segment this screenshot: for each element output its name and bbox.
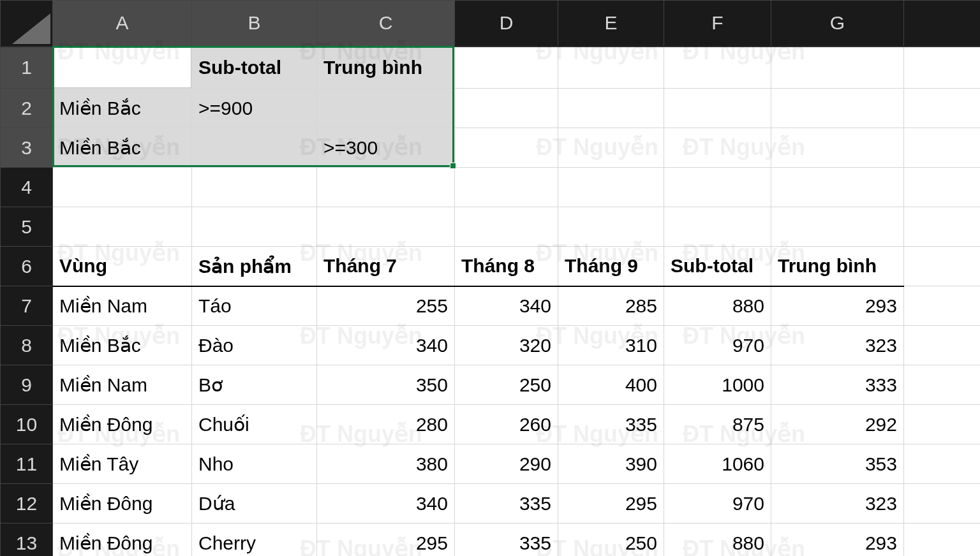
row-header-9[interactable]: 9 xyxy=(1,365,53,405)
cell-B2[interactable]: >=900 xyxy=(192,89,317,128)
cell-A8[interactable]: Miền Bắc xyxy=(53,326,192,365)
cell-D12[interactable]: 335 xyxy=(455,484,558,523)
cell-E12[interactable]: 295 xyxy=(558,484,664,523)
cell-B11[interactable]: Nho xyxy=(192,444,317,484)
col-header-G[interactable]: G xyxy=(771,1,904,47)
cell-B10[interactable]: Chuối xyxy=(192,405,317,444)
cell-A12[interactable]: Miền Đông xyxy=(53,484,192,523)
cell-G12[interactable]: 323 xyxy=(771,484,904,523)
cell-B8[interactable]: Đào xyxy=(192,326,317,365)
cell-F8[interactable]: 970 xyxy=(664,326,771,365)
cell-B7[interactable]: Táo xyxy=(192,286,317,326)
cell-G9[interactable]: 333 xyxy=(771,365,904,405)
row-header-5[interactable]: 5 xyxy=(1,207,53,247)
cell-H2[interactable] xyxy=(904,89,981,128)
cell-F1[interactable] xyxy=(664,47,771,89)
cell-A1[interactable]: Vùng xyxy=(53,47,192,89)
cell-G6[interactable]: Trung bình xyxy=(771,247,904,286)
cell-E2[interactable] xyxy=(558,89,664,128)
col-header-C[interactable]: C xyxy=(317,1,455,47)
cell-H9[interactable] xyxy=(904,365,981,405)
cell-G13[interactable]: 293 xyxy=(771,523,904,557)
col-header-D[interactable]: D xyxy=(455,1,558,47)
cell-A13[interactable]: Miền Đông xyxy=(53,523,192,557)
cell-H1[interactable] xyxy=(904,47,981,89)
row-header-13[interactable]: 13 xyxy=(1,523,53,557)
cell-C11[interactable]: 380 xyxy=(317,444,455,484)
cell-C4[interactable] xyxy=(317,168,455,207)
cell-H12[interactable] xyxy=(904,484,981,523)
cell-H4[interactable] xyxy=(904,168,981,207)
grid-table[interactable]: A B C D E F G 1 Vùng Sub-total Trung bìn… xyxy=(0,0,980,556)
cell-G8[interactable]: 323 xyxy=(771,326,904,365)
select-all-corner[interactable] xyxy=(1,1,53,47)
cell-C2[interactable] xyxy=(317,89,455,128)
cell-D3[interactable] xyxy=(455,128,558,168)
cell-A7[interactable]: Miền Nam xyxy=(53,286,192,326)
cell-B3[interactable] xyxy=(192,128,317,168)
cell-F6[interactable]: Sub-total xyxy=(664,247,771,286)
cell-D4[interactable] xyxy=(455,168,558,207)
cell-C9[interactable]: 350 xyxy=(317,365,455,405)
cell-A3[interactable]: Miền Bắc xyxy=(53,128,192,168)
row-header-11[interactable]: 11 xyxy=(1,444,53,484)
cell-G10[interactable]: 292 xyxy=(771,405,904,444)
cell-G5[interactable] xyxy=(771,207,904,247)
cell-B13[interactable]: Cherry xyxy=(192,523,317,557)
cell-H8[interactable] xyxy=(904,326,981,365)
cell-D2[interactable] xyxy=(455,89,558,128)
row-header-8[interactable]: 8 xyxy=(1,326,53,365)
cell-C12[interactable]: 340 xyxy=(317,484,455,523)
cell-H11[interactable] xyxy=(904,444,981,484)
cell-E13[interactable]: 250 xyxy=(558,523,664,557)
cell-G1[interactable] xyxy=(771,47,904,89)
cell-A4[interactable] xyxy=(53,168,192,207)
cell-H10[interactable] xyxy=(904,405,981,444)
cell-D8[interactable]: 320 xyxy=(455,326,558,365)
cell-H5[interactable] xyxy=(904,207,981,247)
cell-C6[interactable]: Tháng 7 xyxy=(317,247,455,286)
cell-C7[interactable]: 255 xyxy=(317,286,455,326)
row-header-2[interactable]: 2 xyxy=(1,89,53,128)
cell-E9[interactable]: 400 xyxy=(558,365,664,405)
cell-F2[interactable] xyxy=(664,89,771,128)
cell-G7[interactable]: 293 xyxy=(771,286,904,326)
col-header-A[interactable]: A xyxy=(53,1,192,47)
cell-D11[interactable]: 290 xyxy=(455,444,558,484)
cell-B1[interactable]: Sub-total xyxy=(192,47,317,89)
cell-G11[interactable]: 353 xyxy=(771,444,904,484)
col-header-B[interactable]: B xyxy=(192,1,317,47)
cell-C10[interactable]: 280 xyxy=(317,405,455,444)
cell-G3[interactable] xyxy=(771,128,904,168)
cell-E11[interactable]: 390 xyxy=(558,444,664,484)
cell-E3[interactable] xyxy=(558,128,664,168)
cell-E1[interactable] xyxy=(558,47,664,89)
cell-F4[interactable] xyxy=(664,168,771,207)
spreadsheet[interactable]: A B C D E F G 1 Vùng Sub-total Trung bìn… xyxy=(0,0,980,556)
cell-C8[interactable]: 340 xyxy=(317,326,455,365)
cell-A11[interactable]: Miền Tây xyxy=(53,444,192,484)
cell-E8[interactable]: 310 xyxy=(558,326,664,365)
cell-F10[interactable]: 875 xyxy=(664,405,771,444)
cell-C1[interactable]: Trung bình xyxy=(317,47,455,89)
cell-A2[interactable]: Miền Bắc xyxy=(53,89,192,128)
row-header-7[interactable]: 7 xyxy=(1,286,53,326)
cell-D9[interactable]: 250 xyxy=(455,365,558,405)
cell-D5[interactable] xyxy=(455,207,558,247)
cell-H7[interactable] xyxy=(904,286,981,326)
cell-D7[interactable]: 340 xyxy=(455,286,558,326)
row-header-10[interactable]: 10 xyxy=(1,405,53,444)
cell-C13[interactable]: 295 xyxy=(317,523,455,557)
row-header-4[interactable]: 4 xyxy=(1,168,53,207)
col-header-E[interactable]: E xyxy=(558,1,664,47)
cell-D1[interactable] xyxy=(455,47,558,89)
cell-E6[interactable]: Tháng 9 xyxy=(558,247,664,286)
cell-A9[interactable]: Miền Nam xyxy=(53,365,192,405)
cell-G2[interactable] xyxy=(771,89,904,128)
cell-D6[interactable]: Tháng 8 xyxy=(455,247,558,286)
cell-F12[interactable]: 970 xyxy=(664,484,771,523)
cell-E5[interactable] xyxy=(558,207,664,247)
cell-C5[interactable] xyxy=(317,207,455,247)
cell-H13[interactable] xyxy=(904,523,981,557)
cell-A10[interactable]: Miền Đông xyxy=(53,405,192,444)
